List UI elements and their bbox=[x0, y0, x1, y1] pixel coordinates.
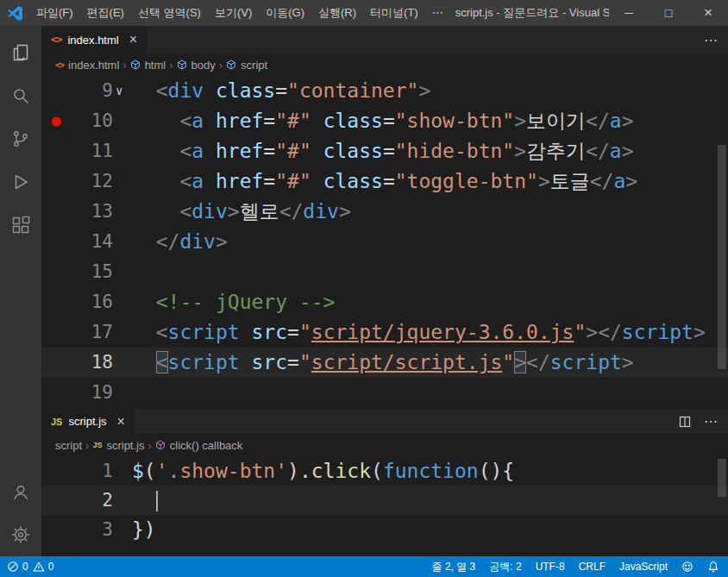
language-mode[interactable]: JavaScript bbox=[619, 561, 668, 573]
scrollbar-thumb[interactable] bbox=[718, 459, 726, 497]
code-line[interactable]: 12 <a href="#" class="toggle-btn">토글</a> bbox=[41, 166, 728, 197]
source-control-icon[interactable] bbox=[0, 117, 41, 160]
notifications-bell-icon[interactable] bbox=[707, 561, 719, 573]
code-token: < bbox=[156, 79, 168, 102]
split-editor-icon[interactable] bbox=[678, 415, 692, 429]
vscode-logo bbox=[0, 6, 29, 21]
tab-close-icon[interactable]: × bbox=[129, 32, 137, 47]
encoding-setting[interactable]: UTF-8 bbox=[536, 561, 565, 573]
code-line[interactable]: 10 <a href="#" class="show-btn">보이기</a> bbox=[41, 106, 728, 136]
code-line[interactable]: 13 <div>헬로</div> bbox=[41, 197, 728, 227]
html-editor[interactable]: 9∨ <div class="container">10 <a href="#"… bbox=[41, 76, 728, 408]
gutter[interactable]: 9∨ bbox=[41, 76, 132, 106]
code-line[interactable]: 16 <!-- jQuery --> bbox=[41, 287, 728, 317]
breadcrumb-item-folder[interactable]: script bbox=[55, 439, 82, 452]
tab-close-icon[interactable]: × bbox=[117, 414, 125, 430]
code-token bbox=[132, 140, 179, 162]
fold-chevron-icon[interactable]: ∨ bbox=[116, 76, 131, 106]
code-token: > bbox=[418, 79, 430, 102]
js-editor[interactable]: 1$('.show-btn').click(function(){2 3}) bbox=[41, 456, 728, 556]
line-number: 16 bbox=[91, 292, 113, 312]
code-line[interactable]: 2 bbox=[41, 486, 728, 515]
tab-index-html[interactable]: <> index.html × bbox=[41, 26, 147, 53]
explorer-icon[interactable] bbox=[0, 31, 41, 74]
maximize-button[interactable]: □ bbox=[649, 0, 688, 26]
gutter[interactable]: 17 bbox=[41, 317, 132, 348]
code-line[interactable]: 3}) bbox=[41, 515, 728, 544]
code-line[interactable]: 14 </div> bbox=[41, 227, 728, 257]
code-token: > bbox=[514, 140, 526, 162]
code-token: </ bbox=[586, 140, 610, 162]
feedback-smiley-icon[interactable] bbox=[681, 561, 693, 573]
eol-setting[interactable]: CRLF bbox=[579, 561, 606, 573]
code-line[interactable]: 1$('.show-btn').click(function(){ bbox=[41, 456, 728, 486]
breakpoint-dot[interactable] bbox=[52, 116, 61, 126]
gutter[interactable]: 16 bbox=[41, 287, 132, 317]
menu-view[interactable]: 보기(V) bbox=[208, 0, 259, 26]
gutter[interactable]: 2 bbox=[41, 486, 132, 515]
menu-edit[interactable]: 편집(E) bbox=[80, 0, 131, 26]
breadcrumb: <> index.html › html › body › script bbox=[41, 53, 728, 76]
code-line[interactable]: 18 <script src="script/script.js"></scri… bbox=[41, 348, 728, 378]
settings-gear-icon[interactable] bbox=[0, 513, 41, 556]
close-button[interactable]: × bbox=[688, 0, 728, 26]
code-token bbox=[204, 170, 216, 192]
problems-warnings[interactable]: 0 bbox=[33, 561, 54, 573]
code-token: 보이기 bbox=[526, 110, 586, 132]
code-token: = bbox=[383, 110, 395, 132]
editor-more-actions-icon[interactable]: ⋯ bbox=[704, 32, 718, 48]
menu-run[interactable]: 실행(R) bbox=[311, 0, 363, 26]
gutter[interactable]: 11 bbox=[41, 136, 132, 166]
menu-file[interactable]: 파일(F) bbox=[29, 0, 80, 26]
menu-selection[interactable]: 선택 영역(S) bbox=[131, 0, 208, 26]
run-debug-icon[interactable] bbox=[0, 160, 41, 204]
breadcrumb-item-html[interactable]: html bbox=[130, 59, 166, 72]
gutter[interactable]: 18 bbox=[41, 348, 132, 378]
extensions-icon[interactable] bbox=[0, 204, 41, 247]
gutter[interactable]: 3 bbox=[41, 515, 132, 544]
breadcrumb-item-body[interactable]: body bbox=[177, 59, 216, 72]
breadcrumb-item-file[interactable]: <> index.html bbox=[55, 59, 119, 72]
code-token bbox=[204, 79, 216, 102]
breadcrumb-item-file[interactable]: JS script.js bbox=[92, 439, 144, 452]
gutter[interactable]: 15 bbox=[41, 257, 132, 287]
editor-more-actions-icon[interactable]: ⋯ bbox=[704, 413, 718, 430]
gutter[interactable]: 14 bbox=[41, 227, 132, 257]
account-icon[interactable] bbox=[0, 470, 41, 513]
code-token: "#" bbox=[275, 140, 311, 162]
scrollbar-thumb[interactable] bbox=[718, 145, 726, 369]
gutter[interactable]: 12 bbox=[41, 166, 132, 197]
minimize-button[interactable]: ─ bbox=[609, 0, 649, 26]
code-token: a bbox=[191, 140, 204, 162]
code-token: a bbox=[610, 110, 622, 132]
code-line[interactable]: 9∨ <div class="container"> bbox=[41, 76, 728, 106]
search-icon[interactable] bbox=[0, 74, 41, 117]
gutter[interactable]: 13 bbox=[41, 197, 132, 227]
titlebar: 파일(F) 편집(E) 선택 영역(S) 보기(V) 이동(G) 실행(R) 터… bbox=[0, 0, 728, 26]
breadcrumb-item-callback[interactable]: click() callback bbox=[155, 439, 243, 452]
line-number: 12 bbox=[91, 171, 113, 191]
gutter[interactable]: 19 bbox=[41, 378, 132, 408]
code-line[interactable]: 17 <script src="script/jquery-3.6.0.js">… bbox=[41, 317, 728, 348]
code-text: <div>헬로</div> bbox=[132, 197, 728, 227]
gutter[interactable]: 1 bbox=[41, 456, 132, 486]
menu-more-icon[interactable]: ⋯ bbox=[425, 0, 450, 26]
code-token: "container" bbox=[287, 79, 418, 102]
tab-script-js[interactable]: JS script.js × bbox=[41, 409, 135, 434]
cursor-position[interactable]: 줄 2, 열 3 bbox=[432, 560, 476, 574]
breadcrumb-item-script[interactable]: script bbox=[226, 59, 267, 72]
problems-errors[interactable]: 0 bbox=[7, 561, 28, 573]
code-line[interactable]: 19 bbox=[41, 378, 728, 408]
code-line[interactable]: 15 bbox=[41, 257, 728, 287]
menu-go[interactable]: 이동(G) bbox=[259, 0, 311, 26]
gutter[interactable]: 10 bbox=[41, 106, 132, 136]
code-token: script/jquery-3.6.0.js bbox=[311, 321, 574, 343]
tab-label: script.js bbox=[68, 415, 106, 428]
line-number: 11 bbox=[91, 141, 113, 161]
code-token: src bbox=[252, 351, 288, 373]
indentation-setting[interactable]: 공백: 2 bbox=[489, 560, 521, 574]
code-token: div bbox=[191, 200, 228, 223]
menu-terminal[interactable]: 터미널(T) bbox=[363, 0, 425, 26]
code-token: < bbox=[156, 321, 168, 343]
code-line[interactable]: 11 <a href="#" class="hide-btn">감추기</a> bbox=[41, 136, 728, 166]
